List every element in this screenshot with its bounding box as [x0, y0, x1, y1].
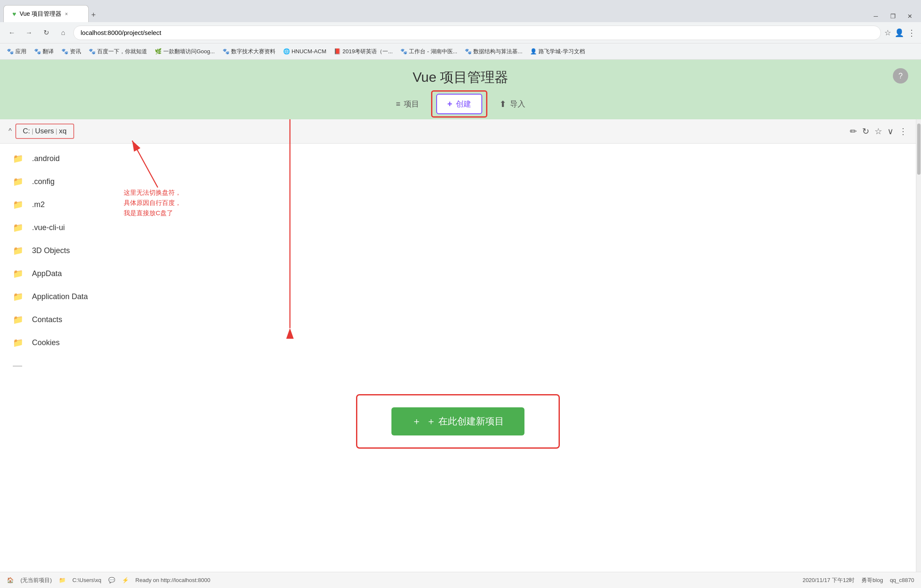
nav-item-projects[interactable]: ≡ 项目	[389, 95, 426, 112]
folder-name: AppData	[32, 269, 62, 278]
folder-appdata[interactable]: 📁 AppData	[0, 262, 916, 285]
home-button[interactable]: ⌂	[56, 26, 70, 40]
folder-icon: —	[13, 360, 22, 371]
bookmark-label: 工作台 - 湖南中医...	[409, 48, 457, 55]
file-browser: ^ C: | Users | xq ✏	[0, 119, 916, 572]
no-project-label: (无当前项目)	[20, 576, 52, 584]
bookmark-algo[interactable]: 🐾 数据结构与算法基...	[461, 46, 526, 57]
bookmark-translate[interactable]: 🐾 翻译	[31, 46, 57, 57]
profile-button[interactable]: 👤	[895, 28, 904, 37]
more-button[interactable]: ⋮	[899, 126, 907, 136]
favorite-button[interactable]: ☆	[875, 126, 882, 136]
folder-m2[interactable]: 📁 .m2	[0, 193, 916, 216]
folder-name: Contacts	[32, 315, 62, 324]
folder-more[interactable]: —	[0, 354, 916, 377]
import-icon: ⬆	[499, 99, 507, 109]
nav-item-import[interactable]: ⬆ 导入	[492, 95, 532, 112]
path-users[interactable]: Users	[35, 127, 54, 135]
folder-config[interactable]: 📁 .config	[0, 170, 916, 193]
scrollbar-thumb[interactable]	[917, 124, 921, 175]
bookmark-label: 百度一下，你就知道	[97, 48, 147, 55]
plus-icon: +	[447, 99, 452, 109]
folder-icon: 📁	[13, 291, 23, 302]
question-icon: ?	[898, 72, 903, 81]
folder-icon: 📁	[13, 222, 23, 233]
help-button[interactable]: ?	[893, 68, 908, 84]
path-xq[interactable]: xq	[59, 127, 67, 135]
close-button[interactable]: ✕	[902, 10, 918, 22]
bookmark-data[interactable]: 🐾 数字技术大赛资料	[219, 46, 279, 57]
home-icon: 🏠	[7, 577, 14, 583]
active-tab[interactable]: ♥ Vue 项目管理器 ×	[3, 5, 89, 22]
folder-android[interactable]: 📁 .android	[0, 147, 916, 170]
bookmark-icon: 🐾	[400, 48, 407, 55]
back-button[interactable]: ←	[5, 26, 19, 40]
folder-3d-objects[interactable]: 📁 3D Objects	[0, 239, 916, 262]
app-area: Vue 项目管理器 ≡ 项目 + 创建 ⬆ 导入	[0, 60, 921, 572]
collapse-button[interactable]: ^	[9, 127, 12, 135]
current-path: C:\Users\xq	[72, 577, 101, 583]
create-project-button[interactable]: ＋ ＋ 在此创建新项目	[391, 407, 524, 435]
datetime: 2020/11/17 下午12时	[802, 576, 854, 584]
new-tab-button[interactable]: +	[89, 8, 98, 22]
app-title: Vue 项目管理器	[413, 68, 509, 87]
bookmark-icon: 🐾	[223, 48, 229, 55]
create-project-wrapper: ＋ ＋ 在此创建新项目	[0, 394, 916, 449]
bookmark-label: 路飞学城-学习文档	[539, 48, 585, 55]
create-btn-wrapper: + 创建	[436, 94, 482, 114]
tab-bar: ♥ Vue 项目管理器 × + ─ ❐ ✕	[0, 0, 921, 22]
lightning-icon: ⚡	[122, 577, 129, 583]
bookmark-news[interactable]: 🐾 资讯	[58, 46, 84, 57]
scrollbar-track[interactable]	[916, 119, 921, 572]
edit-icon: ✏	[850, 127, 857, 136]
bookmark-label: 资讯	[70, 48, 81, 55]
nav-label: 项目	[404, 99, 419, 109]
forward-button[interactable]: →	[22, 26, 36, 40]
bookmark-lufei[interactable]: 👤 路飞学城-学习文档	[527, 46, 588, 57]
more-icon: ⋮	[899, 127, 907, 136]
folder-contacts[interactable]: 📁 Contacts	[0, 308, 916, 331]
tab-close-button[interactable]: ×	[65, 11, 68, 17]
chevron-up-icon: ^	[9, 127, 12, 135]
bookmark-label: 翻译	[43, 48, 54, 55]
bookmark-icon: 🐾	[61, 48, 68, 55]
create-project-label: ＋ 在此创建新项目	[426, 415, 504, 428]
bookmark-acm[interactable]: 🌐 HNUCM-ACM	[280, 46, 330, 56]
folder-cookies[interactable]: 📁 Cookies	[0, 331, 916, 354]
create-button[interactable]: + 创建	[436, 94, 482, 114]
reload-button[interactable]: ↻	[39, 26, 53, 40]
bookmark-button[interactable]: ☆	[884, 28, 891, 37]
folder-application-data[interactable]: 📁 Application Data	[0, 285, 916, 308]
browser-menu-button[interactable]: ⋮	[907, 28, 916, 38]
folder-vue-cli-ui[interactable]: 📁 .vue-cli-ui	[0, 216, 916, 239]
bookmark-baidu[interactable]: 🐾 百度一下，你就知道	[85, 46, 151, 57]
dropdown-button[interactable]: ∨	[887, 126, 894, 136]
chevron-down-icon: ∨	[887, 127, 894, 136]
bookmark-english[interactable]: 📕 2019考研英语（一...	[330, 46, 396, 57]
folder-icon: 📁	[13, 245, 23, 256]
path-drive[interactable]: C:	[23, 127, 30, 135]
bookmarks-bar: 🐾 应用 🐾 翻译 🐾 资讯 🐾 百度一下，你就知道 🌿 一款翻墙访问Goog.…	[0, 43, 921, 60]
chat-icon: 💬	[108, 577, 115, 583]
bookmark-vpn[interactable]: 🌿 一款翻墙访问Goog...	[151, 46, 218, 57]
folder-name: .android	[32, 154, 60, 163]
bookmark-label: 2019考研英语（一...	[342, 48, 393, 55]
bookmark-icon: 🐾	[34, 48, 41, 55]
nav-label: 导入	[510, 99, 525, 109]
address-input[interactable]	[73, 26, 881, 40]
breadcrumb-wrapper: C: | Users | xq	[15, 124, 75, 139]
maximize-button[interactable]: ❐	[885, 10, 901, 22]
minimize-button[interactable]: ─	[868, 10, 883, 22]
bookmark-label: 一款翻墙访问Goog...	[163, 48, 215, 55]
ready-text: Ready on http://localhost:8000	[136, 577, 211, 583]
star-icon: ☆	[875, 127, 882, 136]
bookmark-work[interactable]: 🐾 工作台 - 湖南中医...	[397, 46, 460, 57]
folder-icon: 📁	[13, 268, 23, 279]
folder-icon: 📁	[13, 153, 23, 164]
refresh-button[interactable]: ↻	[862, 126, 869, 136]
edit-path-button[interactable]: ✏	[850, 126, 857, 136]
folder-icon: 📁	[13, 199, 23, 210]
path-actions: ✏ ↻ ☆ ∨ ⋮	[850, 126, 907, 136]
bookmark-apps[interactable]: 🐾 应用	[3, 46, 30, 57]
path-bar: ^ C: | Users | xq ✏	[0, 119, 916, 144]
